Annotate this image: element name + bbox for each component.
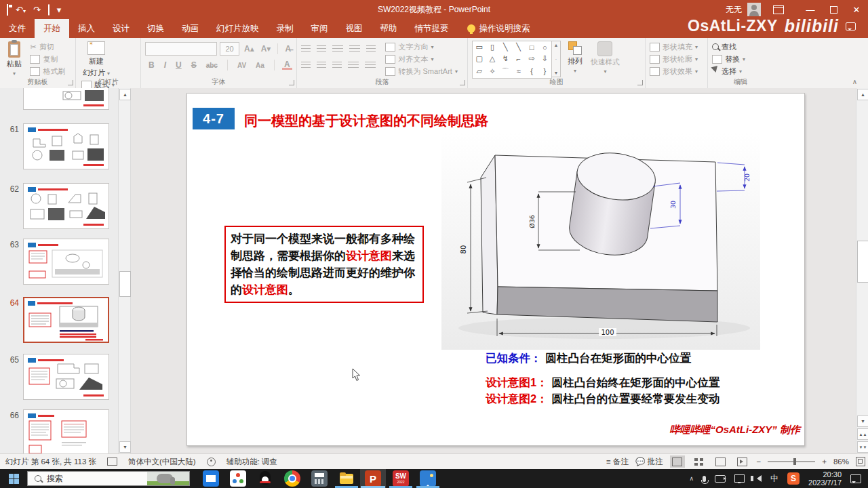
shape-parallelogram-icon[interactable]: ▱ [476, 67, 481, 76]
select-button[interactable]: 选择▾ [712, 65, 770, 77]
char-spacing-button[interactable]: AV [235, 62, 248, 69]
reading-view-button[interactable] [713, 455, 728, 468]
new-slide-button[interactable]: 新建 幻灯片 ▾ [80, 41, 113, 79]
thumbnail-scrollbar-thumb[interactable] [119, 271, 131, 297]
zoom-in-button[interactable]: + [822, 458, 827, 466]
shape-arc-icon[interactable]: ⌒ [502, 66, 509, 77]
slide-canvas[interactable]: 4-7 同一模型的基于设计意图的不同绘制思路 对于同一个模型来说一般都有多种绘制… [131, 88, 856, 453]
taskbar-app-calculator[interactable] [306, 469, 333, 488]
shape-brace-right-icon[interactable]: } [543, 67, 546, 75]
shadow-button[interactable]: abc [204, 62, 220, 69]
shape-curve-icon[interactable]: ≈ [517, 67, 521, 75]
shape-freeform-icon[interactable]: ↯ [502, 54, 509, 63]
device-tray-icon[interactable] [715, 475, 726, 483]
taskbar-clock[interactable]: 20:30 2023/7/17 [808, 470, 842, 487]
volume-tray-icon[interactable] [753, 475, 762, 482]
comments-button[interactable]: 💬 批注 [635, 457, 663, 467]
align-left-icon[interactable] [301, 62, 311, 68]
shapes-gallery[interactable]: ▭ ▯ ╲ ╲ □ ○ ▢ △ ↯ ⌐ ⇨ ⇩ ▱ ✧ ⌒ ≈ { } [472, 41, 552, 79]
taskbar-search-box[interactable]: 搜索 [27, 471, 190, 486]
thumbnail-scrollbar[interactable]: ▲ ▼ [118, 88, 131, 453]
close-button[interactable]: ✕ [845, 0, 868, 19]
align-center-icon[interactable] [317, 62, 326, 68]
action-center-icon[interactable] [850, 474, 861, 483]
tab-animations[interactable]: 动画 [173, 19, 208, 38]
change-case-button[interactable]: Aa [254, 62, 267, 69]
undo-icon[interactable]: ↶▾ [16, 5, 26, 15]
font-color-button[interactable]: A [282, 61, 292, 70]
tab-design[interactable]: 设计 [104, 19, 138, 38]
italic-button[interactable]: I [162, 60, 168, 70]
thumbnail-scroll-up-icon[interactable]: ▲ [119, 89, 131, 100]
paragraph-dialog-launcher[interactable] [460, 80, 465, 85]
start-button[interactable] [0, 469, 27, 488]
accessibility-status[interactable]: 辅助功能: 调查 [226, 457, 277, 467]
tell-me-search[interactable]: 操作说明搜索 [467, 19, 530, 38]
drawing-dialog-launcher[interactable] [637, 80, 643, 85]
microphone-tray-icon[interactable] [703, 476, 706, 482]
zoom-slider[interactable] [768, 461, 815, 462]
shape-outline-button[interactable]: 形状轮廓▾ [650, 53, 705, 65]
previous-slide-button[interactable]: ▲▲ [857, 428, 868, 440]
shape-textbox-icon[interactable]: ▭ [475, 43, 482, 52]
arrange-button[interactable]: 排列 ▾ [565, 41, 585, 75]
decrease-indent-icon[interactable] [332, 45, 343, 52]
hidden-icons-chevron[interactable]: ∧ [689, 475, 694, 482]
sogou-input-icon[interactable]: S [787, 472, 800, 485]
next-slide-button[interactable]: ▼▼ [857, 441, 868, 453]
shape-brace-left-icon[interactable]: { [530, 67, 533, 75]
design-intent-2-line[interactable]: 设计意图2：圆柱凸台的位置要经常要发生变动 [486, 392, 719, 407]
display-settings-icon[interactable] [107, 458, 117, 466]
notes-button[interactable]: ≡ 备注 [606, 457, 629, 467]
canvas-scrollbar-thumb[interactable] [857, 241, 868, 283]
slide-thumbnail-64-selected[interactable] [23, 297, 109, 343]
format-painter-button[interactable]: 格式刷 [30, 65, 65, 77]
shape-star-icon[interactable]: ✧ [489, 67, 495, 76]
slide-64-editing-surface[interactable]: 4-7 同一模型的基于设计意图的不同绘制思路 对于同一个模型来说一般都有多种绘制… [186, 93, 805, 446]
tab-record[interactable]: 录制 [268, 19, 302, 38]
font-name-input[interactable] [145, 42, 217, 56]
known-condition-line[interactable]: 已知条件：圆柱凸台在矩形面的中心位置 [486, 351, 691, 366]
shape-right-arrow-icon[interactable]: ⇨ [528, 54, 534, 63]
taskbar-app-powerpoint-active[interactable]: P [360, 469, 386, 488]
bullets-icon[interactable] [301, 45, 311, 52]
taskbar-app-mail[interactable] [197, 469, 224, 488]
shape-rectangle-icon[interactable]: □ [530, 43, 534, 52]
clipboard-dialog-launcher[interactable] [68, 80, 73, 85]
design-intent-note-box[interactable]: 对于同一个模型来说一般都有多种绘制思路，需要根据你的设计意图来选择恰当的绘制思路… [224, 226, 424, 303]
taskbar-app-photos[interactable] [414, 469, 441, 488]
shape-line-icon[interactable]: ╲ [503, 43, 508, 52]
find-button[interactable]: 查找 [712, 41, 770, 53]
signed-in-user[interactable]: 无无 [726, 4, 742, 16]
shape-elbow-icon[interactable]: ⌐ [516, 55, 520, 63]
shape-down-arrow-icon[interactable]: ⇩ [542, 54, 548, 63]
redo-icon[interactable]: ↷ [33, 5, 41, 15]
slide-thumbnail-66[interactable] [23, 409, 109, 453]
canvas-scroll-down-icon[interactable]: ▼ [857, 415, 868, 427]
decrease-font-icon[interactable]: A▾ [259, 44, 273, 54]
taskbar-app-explorer[interactable] [333, 469, 360, 488]
network-tray-icon[interactable] [734, 474, 745, 483]
normal-view-button[interactable] [670, 455, 685, 468]
restore-button[interactable] [822, 0, 845, 19]
taskbar-app-colorful[interactable] [224, 469, 252, 488]
columns-icon[interactable] [365, 62, 376, 68]
shape-arrow-line-icon[interactable]: ╲ [516, 43, 521, 52]
user-avatar[interactable] [747, 3, 761, 16]
line-spacing-icon[interactable] [366, 45, 376, 52]
tab-storyboard[interactable]: 情节提要 [406, 19, 458, 38]
fit-slide-to-window-icon[interactable] [856, 457, 865, 466]
slide-thumbnail-63[interactable] [23, 239, 109, 285]
language-indicator[interactable]: 简体中文(中国大陆) [128, 457, 196, 467]
slide-thumbnail-61[interactable] [23, 123, 109, 169]
slide-thumbnail-panel[interactable]: 61 62 [0, 88, 118, 453]
slide-thumbnail-60[interactable] [23, 88, 109, 110]
slide-thumbnail-65[interactable] [23, 354, 109, 400]
design-intent-1-line[interactable]: 设计意图1：圆柱凸台始终在矩形面的中心位置 [486, 375, 719, 390]
shape-effects-button[interactable]: 形状效果▾ [650, 65, 705, 77]
paste-button[interactable]: 粘贴 ▾ [4, 41, 24, 77]
solidworks-model-drawing[interactable]: 80 100 Ø36 [441, 133, 760, 350]
tab-file[interactable]: 文件 [0, 19, 35, 38]
text-direction-button[interactable]: 文字方向▾ [385, 41, 457, 53]
underline-button[interactable]: U [174, 60, 184, 70]
